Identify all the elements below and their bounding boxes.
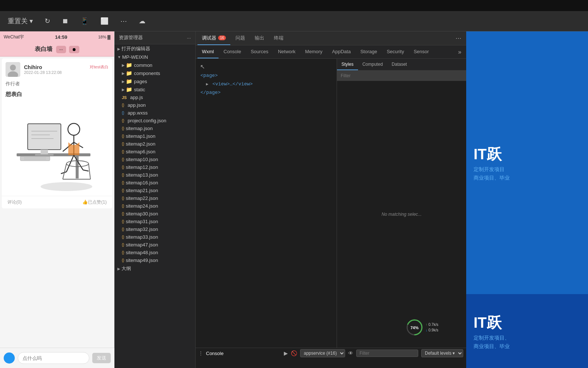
console-eye-btn[interactable]: 👁 <box>348 350 353 356</box>
file-tree-item-sitemap33json[interactable]: {}sitemap33.json <box>114 233 195 241</box>
file-label: sitemap22.json <box>126 195 158 201</box>
wechat-like-btn[interactable]: 👍已点赞(1) <box>82 199 107 205</box>
devtools-inner-tab-sources-label: Sources <box>251 49 268 54</box>
toolbar: 重置关 ▾ ↻ ⏹ 📱 ⬜ ⋯ ☁ <box>0 11 588 31</box>
file-tree-item-appjson[interactable]: {} app.json <box>114 101 195 109</box>
devtools-tab-debugger[interactable]: 调试器 16 <box>197 31 230 45</box>
file-tree-item-sitemap12json[interactable]: {}sitemap12.json <box>114 163 195 171</box>
file-tree-item-sitemap31json[interactable]: {}sitemap31.json <box>114 218 195 225</box>
devtools-inner-tab-wxml-label: Wxml <box>202 49 214 54</box>
file-tree-item-sitemap49json[interactable]: {}sitemap49.json <box>114 256 195 264</box>
devtools-inner-tab-sensor[interactable]: Sensor <box>409 45 433 58</box>
svg-rect-5 <box>28 124 61 150</box>
file-tree-item-sitemap1json[interactable]: {}sitemap1.json <box>114 132 195 140</box>
console-clear-btn[interactable]: 🚫 <box>291 350 297 356</box>
styles-subtab-styles[interactable]: Styles <box>337 59 358 70</box>
file-label-appwxss: app.wxss <box>128 110 148 116</box>
file-tree-item-common[interactable]: ▶ 📁 common <box>114 61 195 69</box>
file-tree-item-sitemap2json[interactable]: {}sitemap2.json <box>114 140 195 148</box>
styles-filter-input[interactable] <box>337 71 466 81</box>
devtools-inner-tab-wxml[interactable]: Wxml <box>197 45 219 58</box>
styles-subtab-dataset[interactable]: Dataset <box>387 59 411 70</box>
json-icon: {} <box>122 157 124 161</box>
wechat-app-name: WeChat宇 <box>4 34 24 40</box>
devtools-inner-tab-console[interactable]: Console <box>219 45 246 58</box>
folder-icon-pages: 📁 <box>126 78 132 84</box>
json-icon: {} <box>122 126 124 130</box>
dom-line-view[interactable]: ▶ <view>…</view> <box>199 80 334 89</box>
file-tree-item-sitemap30json[interactable]: {}sitemap30.json <box>114 210 195 218</box>
devtools-inner-tabs-more[interactable]: » <box>455 45 464 58</box>
file-tree-item-sitemap21json[interactable]: {}sitemap21.json <box>114 187 195 194</box>
devtools-inner-tab-memory[interactable]: Memory <box>301 45 327 58</box>
wechat-comment-btn[interactable]: 评论(0) <box>7 199 22 205</box>
devtools-tab-output[interactable]: 输出 <box>250 31 269 45</box>
toolbar-refresh-btn[interactable]: ↻ <box>42 16 52 27</box>
file-tree-item-components[interactable]: ▶ 📁 components <box>114 69 195 77</box>
dom-line-page-open[interactable]: <page> <box>199 72 334 80</box>
file-tree-item-sitemap10json[interactable]: {}sitemap10.json <box>114 156 195 163</box>
devtools-tab-badge: 16 <box>218 35 226 40</box>
file-tree-item-appjs[interactable]: JS app.js <box>114 93 195 101</box>
wechat-status-bar: WeChat宇 14:59 18% ▓ <box>0 31 114 42</box>
devtools-tabs-more[interactable]: ⋯ <box>453 31 464 45</box>
file-tree-item-appwxss[interactable]: {} app.wxss <box>114 109 195 117</box>
file-tree-item-sitemap6json[interactable]: {}sitemap6.json <box>114 148 195 156</box>
wechat-comment-input[interactable] <box>18 352 89 364</box>
toolbar-tabs-btn[interactable]: ⬜ <box>98 16 111 27</box>
file-tree-item-sitemap16json[interactable]: {}sitemap16.json <box>114 179 195 187</box>
devtools-inner-tab-storage[interactable]: Storage <box>356 45 382 58</box>
file-tree-section-outline[interactable]: ▶ 大纲 <box>114 264 195 273</box>
devtools-tab-problems[interactable]: 问题 <box>231 31 250 45</box>
file-tree-item-sitemapjson[interactable]: {}sitemap.json <box>114 125 195 132</box>
file-tree-item-sitemap13json[interactable]: {}sitemap13.json <box>114 171 195 179</box>
ad-top-subtitle1: 定制开发项目 <box>474 166 581 173</box>
wechat-post-date: 2022-01-28 13:22:08 <box>24 70 109 75</box>
dom-line-page-close[interactable]: </page> <box>199 89 334 97</box>
file-tree-section-open-editors[interactable]: ▶ 打开的编辑器 <box>114 44 195 53</box>
devtools-inner-tab-network[interactable]: Network <box>274 45 300 58</box>
devtools-inner-tab-sources[interactable]: Sources <box>246 45 273 58</box>
wechat-record-btn[interactable]: ⏺ <box>69 46 79 53</box>
json-icon: {} <box>122 188 124 192</box>
devtools-inner-tab-security[interactable]: Security <box>382 45 409 58</box>
file-label: sitemap47.json <box>126 242 158 248</box>
file-tree-item-sitemap47json[interactable]: {}sitemap47.json <box>114 241 195 249</box>
file-tree-item-sitemap24json[interactable]: {}sitemap24.json <box>114 202 195 210</box>
dom-select-tool[interactable]: ↖ <box>200 63 205 70</box>
toolbar-more-btn[interactable]: ⋯ <box>118 16 129 27</box>
file-tree-item-projectconfig[interactable]: {} project.config.json <box>114 117 195 125</box>
file-label: sitemap31.json <box>126 219 158 224</box>
devtools-tab-terminal[interactable]: 终端 <box>269 31 288 45</box>
devtools-tab-debugger-label: 调试器 <box>202 35 216 41</box>
file-tree-item-static[interactable]: ▶ 📁 static <box>114 85 195 93</box>
wechat-illustration <box>2 100 112 196</box>
toolbar-menu[interactable]: 重置关 ▾ <box>6 15 35 27</box>
file-tree-item-pages[interactable]: ▶ 📁 pages <box>114 77 195 85</box>
wechat-dots-btn[interactable]: ··· <box>56 46 66 53</box>
file-tree-item-sitemap32json[interactable]: {}sitemap32.json <box>114 225 195 233</box>
open-editors-arrow: ▶ <box>117 47 120 51</box>
ad-bottom-subtitle2: 商业项目、毕业 <box>474 343 581 350</box>
toolbar-cloud-btn[interactable]: ☁ <box>137 16 148 27</box>
svg-text:74%: 74% <box>410 326 419 330</box>
wechat-send-button[interactable]: 发送 <box>92 353 111 363</box>
file-label: sitemap49.json <box>126 258 158 263</box>
file-explorer-more-btn[interactable]: ··· <box>187 35 191 41</box>
devtools-inner-tab-appdata[interactable]: AppData <box>328 45 355 58</box>
json-icon: {} <box>122 142 124 146</box>
console-level-select[interactable]: Default levels ▾ <box>421 349 463 357</box>
file-tree-item-sitemap22json[interactable]: {}sitemap22.json <box>114 194 195 202</box>
toolbar-stop-btn[interactable]: ⏹ <box>60 16 71 27</box>
file-tree-section-mp-weixin[interactable]: ▼ MP-WEIXIN <box>114 53 195 61</box>
open-editors-label: 打开的编辑器 <box>121 45 150 52</box>
styles-subtab-computed[interactable]: Computed <box>358 59 387 70</box>
console-filter-input[interactable] <box>356 350 418 357</box>
console-play-btn[interactable]: ▶ <box>284 350 288 356</box>
file-label: sitemap6.json <box>126 149 155 154</box>
console-menu-btn[interactable]: ⋮ <box>199 351 203 356</box>
console-service-select[interactable]: appservice (#16) <box>300 349 345 357</box>
toolbar-mobile-btn[interactable]: 📱 <box>78 16 91 27</box>
dom-panel: ↖ <page> ▶ <view>…</view> </page> <box>196 59 337 348</box>
file-tree-item-sitemap48json[interactable]: {}sitemap48.json <box>114 249 195 256</box>
